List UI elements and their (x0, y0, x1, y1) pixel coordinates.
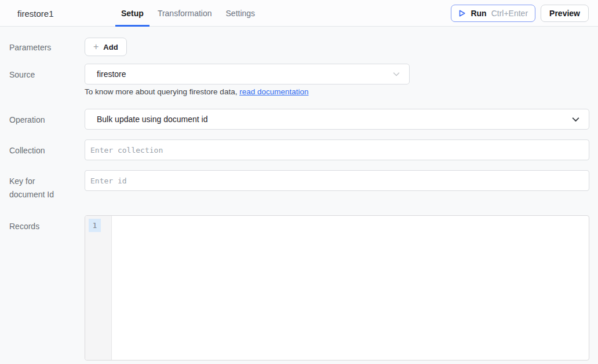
records-code-area[interactable] (112, 216, 589, 360)
collection-label: Collection (9, 139, 85, 160)
play-icon (458, 9, 466, 17)
source-helper-text: To know more about querying firestore da… (85, 87, 410, 96)
plus-icon: + (93, 42, 99, 52)
tab-settings[interactable]: Settings (220, 0, 261, 27)
operation-select[interactable]: Bulk update using document id (85, 109, 589, 130)
run-button-label: Run (471, 9, 486, 18)
line-number: 1 (89, 219, 101, 232)
operation-row: Operation Bulk update using document id (9, 109, 598, 130)
source-select-value: firestore (97, 69, 392, 79)
document-key-label: Key for document Id (9, 170, 85, 201)
source-helper-text-body: To know more about querying firestore da… (85, 87, 239, 96)
records-label: Records (9, 215, 85, 361)
header-actions: Run Ctrl+Enter Preview (451, 5, 589, 22)
operation-select-value: Bulk update using document id (97, 115, 571, 124)
records-code-editor: 1 (85, 215, 589, 361)
setup-form: Parameters + Add Source firestore To kno… (0, 38, 598, 361)
source-select[interactable]: firestore (85, 64, 410, 84)
source-row: Source firestore To know more about quer… (9, 64, 598, 96)
source-label: Source (9, 64, 85, 96)
query-editor-header: firestore1 Setup Transformation Settings… (0, 0, 598, 27)
document-key-input[interactable] (85, 170, 589, 191)
run-button[interactable]: Run Ctrl+Enter (451, 5, 535, 22)
operation-label: Operation (9, 109, 85, 130)
preview-button[interactable]: Preview (541, 5, 589, 22)
run-button-shortcut: Ctrl+Enter (491, 9, 528, 18)
tab-transformation[interactable]: Transformation (152, 0, 218, 27)
chevron-down-icon (392, 69, 401, 79)
preview-button-label: Preview (549, 9, 580, 18)
chevron-down-icon (571, 115, 581, 124)
parameters-label: Parameters (9, 38, 85, 56)
query-title: firestore1 (17, 0, 54, 27)
code-editor-gutter: 1 (85, 216, 112, 360)
editor-tabs: Setup Transformation Settings (115, 0, 261, 27)
read-documentation-link[interactable]: read documentation (239, 87, 308, 96)
add-parameter-button[interactable]: + Add (85, 38, 127, 56)
records-row: Records 1 (9, 215, 598, 361)
document-key-row: Key for document Id (9, 170, 598, 201)
add-parameter-button-label: Add (103, 43, 118, 52)
collection-row: Collection (9, 139, 598, 160)
parameters-row: Parameters + Add (9, 38, 598, 56)
collection-input[interactable] (85, 139, 589, 160)
tab-setup[interactable]: Setup (115, 0, 150, 27)
